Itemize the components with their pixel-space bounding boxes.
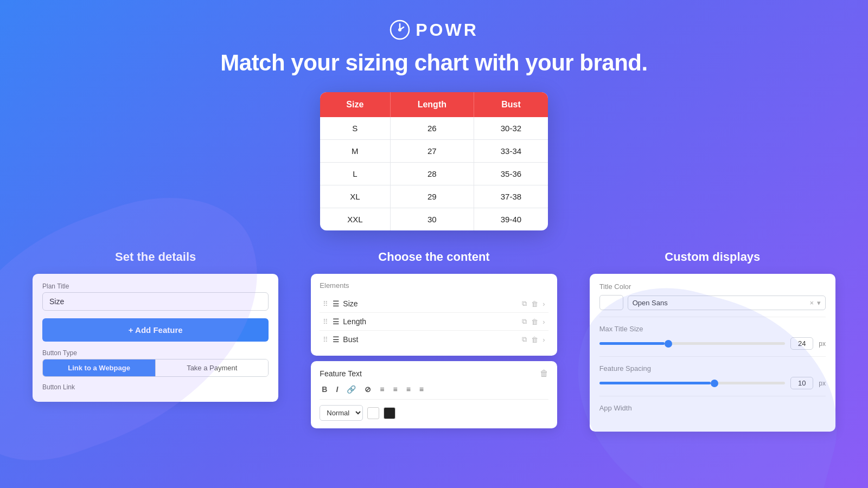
list-item: ⠿ ☰ Length ⧉ 🗑 ›: [320, 313, 548, 331]
list-icon: ☰: [333, 299, 340, 308]
headline: Match your sizing chart with your brand.: [220, 50, 647, 76]
feature-spacing-slider-fill: [599, 382, 711, 384]
delete-icon-bust[interactable]: 🗑: [531, 336, 538, 344]
max-title-size-value[interactable]: 24: [790, 337, 813, 350]
logo: POWR: [390, 20, 478, 40]
choose-content-title: Choose the content: [378, 250, 489, 264]
set-details-card: Plan Title + Add Feature Button Type Lin…: [33, 274, 278, 402]
dropdown-icon[interactable]: ▾: [817, 299, 821, 307]
element-name-bust: ☰ Bust: [333, 335, 518, 344]
set-details-title: Set the details: [115, 250, 196, 264]
table-cell: 30-32: [474, 117, 548, 140]
strikethrough-button[interactable]: ⊘: [362, 384, 373, 395]
title-color-section: Title Color Open Sans × ▾: [599, 282, 826, 317]
table-cell: 35-36: [474, 163, 548, 185]
text-toolbar: B I 🔗 ⊘ ≡ ≡ ≡ ≡: [320, 384, 548, 400]
format-select[interactable]: Normal: [320, 405, 363, 421]
font-select[interactable]: Open Sans × ▾: [628, 296, 826, 310]
max-title-size-slider-fill: [599, 342, 665, 345]
plan-title-input[interactable]: [42, 292, 269, 311]
copy-icon-length[interactable]: ⧉: [522, 317, 527, 326]
chevron-right-icon-bust[interactable]: ›: [542, 336, 545, 344]
chevron-right-icon-size[interactable]: ›: [542, 300, 545, 308]
drag-handle-size[interactable]: ⠿: [323, 300, 328, 308]
button-type-options: Link to a Webpage Take a Payment: [42, 359, 269, 377]
feature-spacing-label: Feature Spacing: [599, 364, 826, 373]
table-cell: XL: [320, 185, 390, 208]
elements-card: Elements ⠿ ☰ Size ⧉ 🗑 › ⠿ ☰ Length ⧉: [311, 274, 557, 356]
feature-spacing-slider-row: 10 px: [599, 377, 826, 389]
table-cell: 29: [390, 185, 474, 208]
bold-button[interactable]: B: [320, 384, 329, 395]
delete-icon-size[interactable]: 🗑: [531, 300, 538, 308]
element-icons-bust: ⧉ 🗑: [522, 335, 538, 344]
table-cell: 39-40: [474, 208, 548, 231]
justify-button[interactable]: ≡: [417, 384, 426, 395]
chevron-right-icon-length[interactable]: ›: [542, 318, 545, 326]
element-icons-size: ⧉ 🗑: [522, 299, 538, 308]
sizing-chart-card: Size Length Bust S2630-32M2733-34L2835-3…: [320, 92, 548, 230]
btn-link-webpage[interactable]: Link to a Webpage: [43, 359, 155, 376]
elements-label: Elements: [320, 281, 548, 290]
feature-spacing-value[interactable]: 10: [790, 377, 813, 389]
add-feature-button[interactable]: + Add Feature: [42, 318, 269, 342]
text-color-white-swatch[interactable]: [367, 407, 379, 419]
list-item: ⠿ ☰ Size ⧉ 🗑 ›: [320, 295, 548, 313]
table-cell: 27: [390, 140, 474, 163]
drag-handle-bust[interactable]: ⠿: [323, 336, 328, 344]
btn-take-payment[interactable]: Take a Payment: [155, 359, 268, 376]
table-cell: 33-34: [474, 140, 548, 163]
table-row: L2835-36: [320, 163, 548, 185]
title-color-picker[interactable]: [599, 295, 623, 310]
table-body: S2630-32M2733-34L2835-36XL2937-38XXL3039…: [320, 117, 548, 230]
custom-card: Title Color Open Sans × ▾ Max Title Size: [590, 274, 835, 432]
table-cell: XXL: [320, 208, 390, 231]
list-icon: ☰: [333, 317, 340, 326]
max-title-size-slider-thumb: [665, 340, 672, 348]
delete-icon-length[interactable]: 🗑: [531, 318, 538, 326]
feature-spacing-slider-thumb: [711, 380, 718, 387]
element-name-length: ☰ Length: [333, 317, 518, 326]
svg-point-1: [398, 28, 401, 31]
feature-text-header: Feature Text 🗑: [320, 369, 548, 378]
button-link-section: Button Link: [42, 383, 269, 391]
max-title-size-label: Max Title Size: [599, 325, 826, 333]
list-icon: ☰: [333, 335, 340, 344]
sizing-chart-container: Size Length Bust S2630-32M2733-34L2835-3…: [0, 92, 868, 230]
title-color-row: Open Sans × ▾: [599, 295, 826, 310]
link-button[interactable]: 🔗: [344, 384, 358, 395]
copy-icon-size[interactable]: ⧉: [522, 299, 527, 308]
feature-spacing-slider-track[interactable]: [599, 382, 786, 384]
font-value: Open Sans: [633, 299, 668, 307]
max-title-size-slider-track[interactable]: [599, 342, 786, 345]
italic-button[interactable]: I: [334, 384, 340, 395]
clear-font-icon[interactable]: ×: [809, 299, 814, 307]
align-left-button[interactable]: ≡: [378, 384, 386, 395]
list-item: ⠿ ☰ Bust ⧉ 🗑 ›: [320, 331, 548, 348]
table-cell: M: [320, 140, 390, 163]
panel-choose-content: Choose the content Elements ⠿ ☰ Size ⧉ 🗑…: [311, 250, 557, 428]
app-width-section: App Width: [599, 404, 826, 423]
table-cell: L: [320, 163, 390, 185]
table-cell: 30: [390, 208, 474, 231]
custom-displays-title: Custom displays: [665, 250, 760, 264]
table-cell: 26: [390, 117, 474, 140]
table-row: M2733-34: [320, 140, 548, 163]
button-type-label: Button Type: [42, 349, 269, 357]
header: POWR Match your sizing chart with your b…: [0, 0, 868, 76]
delete-feature-icon[interactable]: 🗑: [540, 369, 548, 378]
align-center-button[interactable]: ≡: [391, 384, 400, 395]
align-right-button[interactable]: ≡: [404, 384, 413, 395]
text-color-black-swatch[interactable]: [384, 407, 395, 419]
max-title-size-section: Max Title Size 24 px: [599, 325, 826, 357]
panel-set-details: Set the details Plan Title + Add Feature…: [33, 250, 278, 402]
table-cell: 28: [390, 163, 474, 185]
plan-title-label: Plan Title: [42, 282, 269, 290]
sizing-table: Size Length Bust S2630-32M2733-34L2835-3…: [320, 92, 548, 230]
table-cell: S: [320, 117, 390, 140]
col-bust: Bust: [474, 92, 548, 117]
feature-text-card: Feature Text 🗑 B I 🔗 ⊘ ≡ ≡ ≡ ≡ Normal: [311, 361, 557, 428]
copy-icon-bust[interactable]: ⧉: [522, 335, 527, 344]
drag-handle-length[interactable]: ⠿: [323, 318, 328, 326]
element-icons-length: ⧉ 🗑: [522, 317, 538, 326]
